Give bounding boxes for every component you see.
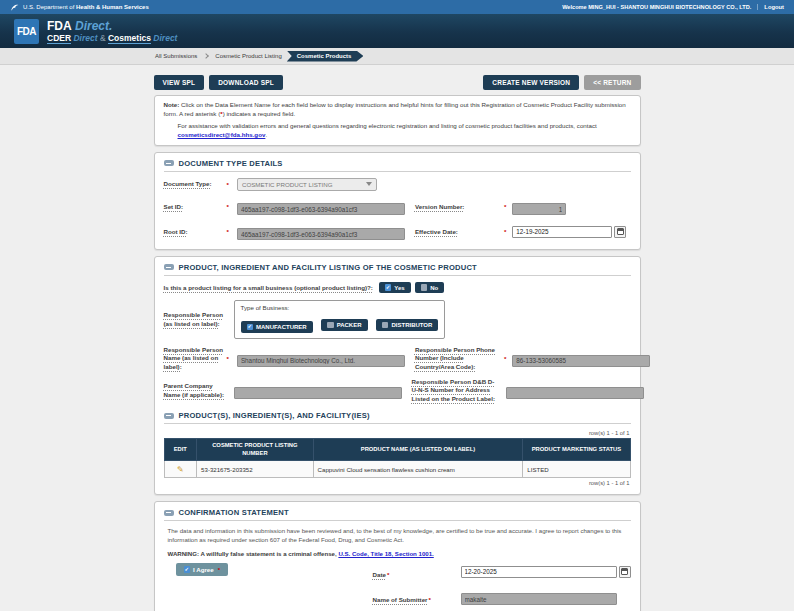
calendar-icon[interactable] <box>614 226 626 238</box>
confirmation-statement-text: The data and information in this submiss… <box>164 527 631 545</box>
checkbox-unchecked-icon <box>421 284 428 291</box>
row-count-bottom: row(s) 1 - 1 of 1 <box>164 480 630 486</box>
section-title-product-listing: PRODUCT, INGREDIENT AND FACILITY LISTING… <box>179 263 477 272</box>
set-id-label[interactable]: Set ID: <box>164 203 226 211</box>
breadcrumb-cosmetic-product-listing[interactable]: Cosmetic Product Listing <box>215 53 281 59</box>
rp-duns-field <box>506 387 644 399</box>
col-header-marketing-status: PRODUCT MARKETING STATUS <box>523 439 630 461</box>
small-business-yes-button[interactable]: Yes <box>379 282 411 294</box>
root-id-label[interactable]: Root ID: <box>164 228 226 236</box>
collapse-icon[interactable] <box>164 413 174 419</box>
section-title-document-type: DOCUMENT TYPE DETAILS <box>179 159 283 168</box>
col-header-listing-number: COSMETIC PRODUCT LISTING NUMBER <box>197 439 314 461</box>
breadcrumb-cosmetic-products-active[interactable]: Cosmetic Products <box>287 51 364 62</box>
date-label[interactable]: Date <box>373 571 386 578</box>
collapse-icon[interactable] <box>164 264 174 270</box>
note-label: Note: <box>164 101 180 108</box>
i-agree-button[interactable]: I Agree* <box>176 563 229 576</box>
set-id-field <box>237 203 405 215</box>
chevron-right-icon <box>204 53 210 59</box>
collapse-icon[interactable] <box>164 510 174 516</box>
logout-link[interactable]: Logout <box>757 4 784 10</box>
col-header-edit: EDIT <box>164 439 197 461</box>
business-type-packer-button[interactable]: PACKER <box>321 319 367 331</box>
business-type-manufacturer-button[interactable]: MANUFACTURER <box>241 321 313 333</box>
main-content: VIEW SPL DOWNLOAD SPL CREATE NEW VERSION… <box>154 65 641 611</box>
small-business-label[interactable]: Is this a product listing for a small bu… <box>164 284 373 292</box>
parent-company-field <box>234 387 402 399</box>
checkbox-checked-icon <box>247 324 254 331</box>
effective-date-label[interactable]: Effective Date: <box>415 228 503 236</box>
products-table: EDIT COSMETIC PRODUCT LISTING NUMBER PRO… <box>164 438 631 478</box>
col-header-product-name: PRODUCT NAME (AS LISTED ON LABEL) <box>313 439 523 461</box>
table-row: 53-321675-203352 Cappuvini Cloud sensati… <box>164 461 630 478</box>
confirmation-date-input[interactable] <box>461 566 617 578</box>
us-code-link[interactable]: U.S. Code, Title 18, Section 1001. <box>338 550 433 557</box>
root-id-field <box>237 228 405 240</box>
cell-marketing-status: LISTED <box>523 461 630 478</box>
edit-pencil-icon[interactable] <box>177 465 184 474</box>
welcome-text: Welcome MING_HUI - SHANTOU MINGHUI BIOTE… <box>562 4 751 10</box>
name-of-submitter-field <box>461 593 617 605</box>
checkbox-unchecked-icon <box>327 322 334 329</box>
document-type-details-section: DOCUMENT TYPE DETAILS Document Type:* CO… <box>154 152 641 250</box>
download-spl-button[interactable]: DOWNLOAD SPL <box>209 75 283 90</box>
type-of-business-label: Type of Business: <box>241 304 439 311</box>
section-title-products-table: PRODUCT(S), INGREDIENT(S), AND FACILITY(… <box>179 411 370 420</box>
fda-logo: FDA <box>14 19 39 44</box>
utility-bar: U.S. Department of Health & Human Servic… <box>0 0 794 14</box>
brand-cosmetics: Cosmetics <box>108 33 151 44</box>
return-button[interactable]: << RETURN <box>584 75 640 90</box>
toolbar: VIEW SPL DOWNLOAD SPL CREATE NEW VERSION… <box>154 75 641 90</box>
document-type-label[interactable]: Document Type: <box>164 180 226 188</box>
collapse-icon[interactable] <box>164 160 174 166</box>
view-spl-button[interactable]: VIEW SPL <box>154 75 205 90</box>
brand-title: FDA Direct. CDER Direct & Cosmetics Dire… <box>47 20 177 43</box>
confirmation-statement-section: CONFIRMATION STATEMENT The data and info… <box>154 501 641 611</box>
brand-fda: FDA <box>47 19 72 33</box>
create-new-version-button[interactable]: CREATE NEW VERSION <box>483 75 579 90</box>
breadcrumb-all-submissions[interactable]: All Submissions <box>155 53 197 59</box>
version-number-label[interactable]: Version Number: <box>415 203 503 211</box>
checkbox-checked-icon <box>184 566 191 573</box>
product-listing-section: PRODUCT, INGREDIENT AND FACILITY LISTING… <box>154 256 641 495</box>
document-type-select: COSMETIC PRODUCT LISTING <box>237 178 377 191</box>
checkbox-unchecked-icon <box>382 322 389 329</box>
parent-company-label[interactable]: Parent Company Name (if applicable): <box>164 382 226 399</box>
name-of-submitter-label[interactable]: Name of Submitter <box>373 596 428 603</box>
rp-phone-field <box>512 355 650 367</box>
checkbox-checked-icon <box>385 284 392 291</box>
chevron-down-icon <box>366 182 372 186</box>
calendar-icon[interactable] <box>619 566 631 578</box>
breadcrumb: All Submissions Cosmetic Product Listing… <box>0 48 794 65</box>
effective-date-input[interactable] <box>512 226 612 238</box>
section-title-confirmation: CONFIRMATION STATEMENT <box>179 508 289 517</box>
page: U.S. Department of Health & Human Servic… <box>0 0 794 611</box>
business-type-distributor-button[interactable]: DISTRIBUTOR <box>376 319 438 331</box>
small-business-no-button[interactable]: No <box>415 282 445 294</box>
version-number-field <box>512 203 566 215</box>
rp-name-label[interactable]: Responsible Person Name (as listed on la… <box>164 346 226 371</box>
dept-hhs-text: U.S. Department of Health & Human Servic… <box>23 4 149 10</box>
row-count-top: row(s) 1 - 1 of 1 <box>164 430 630 436</box>
cell-product-name: Cappuvini Cloud sensation flawless cushi… <box>313 461 523 478</box>
brand-header: FDA FDA Direct. CDER Direct & Cosmetics … <box>0 14 794 48</box>
contact-email-link[interactable]: cosmeticsdirect@fda.hhs.gov <box>178 131 266 138</box>
responsible-person-label[interactable]: Responsible Person (as listed on label): <box>164 311 226 328</box>
rp-duns-label[interactable]: Responsible Person D&B D-U-N-S Number fo… <box>412 378 500 403</box>
brand-direct: Direct. <box>75 19 112 33</box>
type-of-business-group: Type of Business: MANUFACTURER PACKER DI… <box>234 300 446 339</box>
brand-cder: CDER <box>47 33 71 44</box>
hhs-eagle-icon <box>10 3 19 12</box>
cell-listing-number: 53-321675-203352 <box>197 461 314 478</box>
rp-name-field <box>237 355 405 367</box>
note-card: Note: Click on the Data Element Name for… <box>154 95 641 146</box>
rp-phone-label[interactable]: Responsible Person Phone Number (Include… <box>415 346 503 371</box>
